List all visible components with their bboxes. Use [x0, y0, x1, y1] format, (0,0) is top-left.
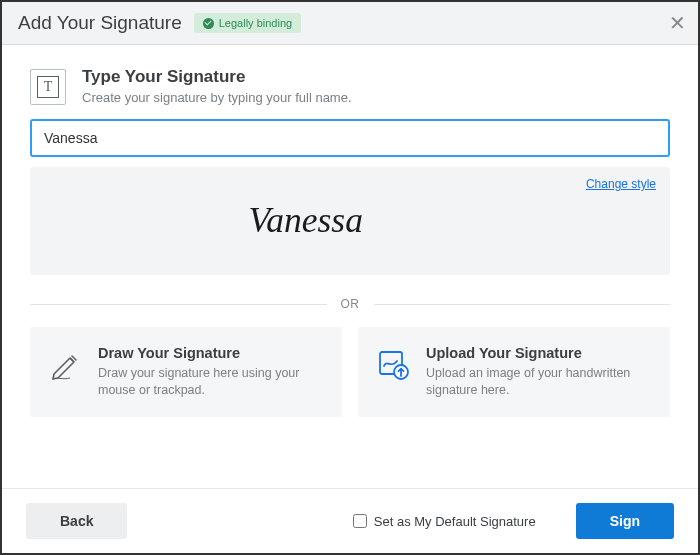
signature-preview-svg: Vanessa: [240, 196, 460, 247]
modal-title: Add Your Signature: [18, 12, 182, 34]
check-icon: [203, 18, 214, 29]
type-signature-title: Type Your Signature: [82, 67, 352, 87]
modal-header: Add Your Signature Legally binding ✕: [2, 2, 698, 45]
upload-card-subtitle: Upload an image of your handwritten sign…: [426, 365, 652, 399]
back-button[interactable]: Back: [26, 503, 127, 539]
modal-footer: Back Set as My Default Signature Sign: [2, 488, 698, 553]
upload-signature-card[interactable]: Upload Your Signature Upload an image of…: [358, 327, 670, 417]
type-icon: T: [30, 69, 66, 105]
or-label: OR: [341, 297, 360, 311]
close-icon[interactable]: ✕: [669, 13, 686, 33]
change-style-link[interactable]: Change style: [586, 177, 656, 191]
signature-name-input[interactable]: [30, 119, 670, 157]
svg-line-0: [70, 358, 74, 362]
default-signature-checkbox[interactable]: [353, 514, 367, 528]
upload-icon: [376, 347, 410, 381]
pencil-icon: [48, 347, 82, 381]
signature-preview: Change style Vanessa: [30, 167, 670, 275]
sign-button[interactable]: Sign: [576, 503, 674, 539]
draw-card-subtitle: Draw your signature here using your mous…: [98, 365, 324, 399]
modal-body: T Type Your Signature Create your signat…: [2, 45, 698, 417]
signature-preview-text: Vanessa: [248, 199, 362, 239]
type-signature-subtitle: Create your signature by typing your ful…: [82, 90, 352, 105]
upload-card-title: Upload Your Signature: [426, 345, 652, 361]
alt-options: Draw Your Signature Draw your signature …: [30, 327, 670, 417]
default-signature-label[interactable]: Set as My Default Signature: [374, 514, 536, 529]
or-divider: OR: [30, 297, 670, 311]
badge-text: Legally binding: [219, 17, 292, 29]
draw-card-title: Draw Your Signature: [98, 345, 324, 361]
type-signature-header: T Type Your Signature Create your signat…: [30, 67, 670, 105]
default-signature-option: Set as My Default Signature: [353, 514, 536, 529]
draw-signature-card[interactable]: Draw Your Signature Draw your signature …: [30, 327, 342, 417]
legally-binding-badge: Legally binding: [194, 13, 301, 33]
